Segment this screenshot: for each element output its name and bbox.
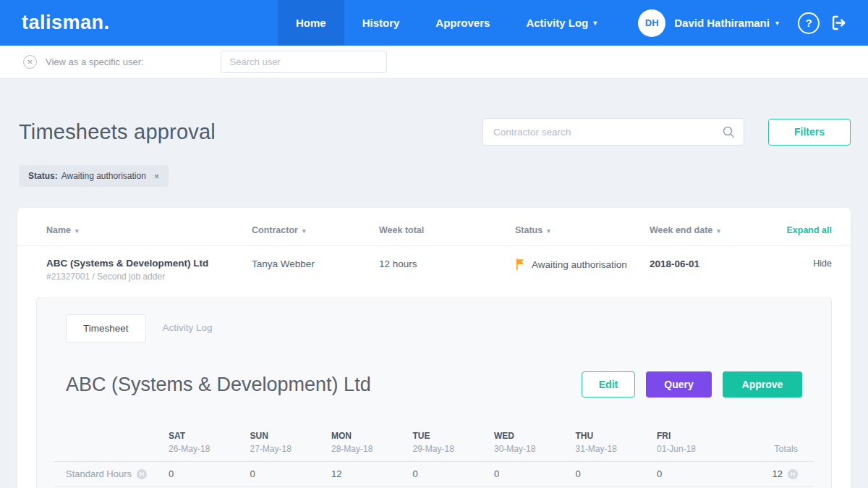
table-row: ABC (Systems & Development) Ltd #2132700… (17, 246, 851, 292)
status-filter-chip[interactable]: Status: Awaiting authorisation × (19, 165, 169, 187)
week-end-date-value: 2018-06-01 (650, 258, 765, 269)
column-header-week-end-date[interactable]: Week end date▾ (650, 225, 765, 235)
hours-cell: 0 (250, 468, 332, 479)
row-name-cell: ABC (Systems & Development) Ltd #2132700… (46, 258, 252, 282)
column-header-status[interactable]: Status▾ (515, 225, 650, 235)
top-navbar: talisman. Home History Approvers Activit… (0, 0, 868, 46)
logout-icon[interactable] (830, 13, 849, 33)
status-cell: Awaiting authorisation (515, 258, 650, 270)
detail-header: ABC (Systems & Development) Ltd Edit Que… (37, 342, 831, 397)
avatar[interactable]: DH (638, 9, 665, 37)
hours-badge-icon: H (788, 469, 798, 479)
column-header-contractor[interactable]: Contractor▾ (252, 225, 379, 235)
user-name[interactable]: David Hathiramani (674, 17, 770, 29)
chip-value: Awaiting authorisation (61, 171, 146, 181)
company-name: ABC (Systems & Development) Ltd (46, 258, 252, 269)
chevron-down-icon: ▾ (547, 227, 550, 235)
row-total: 12 H (739, 468, 814, 479)
tab-timesheet[interactable]: Timesheet (66, 314, 146, 342)
nav-item-home[interactable]: Home (278, 0, 344, 46)
column-header-week-total: Week total (379, 225, 515, 235)
day-header-thu: THU 31-May-18 (576, 431, 658, 454)
search-user-input[interactable] (221, 51, 387, 73)
detail-company-title: ABC (Systems & Development) Ltd (66, 374, 371, 396)
user-area: DH David Hathiramani ▾ ? (638, 9, 849, 37)
timesheet-detail-panel: Timesheet Activity Log ABC (Systems & De… (36, 298, 832, 488)
contractor-name: Tanya Webber (252, 258, 379, 269)
timesheet-grid: SAT 26-May-18 SUN 27-May-18 MON 28-May-1… (54, 431, 814, 488)
nav-item-approvers[interactable]: Approvers (417, 0, 508, 46)
nav-item-activity-log[interactable]: Activity Log ▾ (508, 0, 615, 46)
day-header-sun: SUN 27-May-18 (250, 431, 332, 454)
main-nav: Home History Approvers Activity Log ▾ (278, 0, 615, 46)
column-header-name[interactable]: Name▾ (46, 225, 252, 235)
chevron-down-icon: ▾ (717, 227, 720, 235)
totals-header: Totals (739, 444, 814, 454)
nav-approvers-label: Approvers (435, 17, 490, 29)
chevron-down-icon: ▾ (75, 227, 79, 235)
nav-home-label: Home (296, 17, 326, 29)
help-icon[interactable]: ? (798, 12, 820, 34)
approve-button[interactable]: Approve (723, 371, 802, 397)
query-button[interactable]: Query (646, 371, 712, 397)
main-content: Timesheets approval Filters Status: Awai… (0, 118, 868, 488)
view-as-label: View as a specific user: (46, 56, 144, 67)
detail-tabs: Timesheet Activity Log (37, 298, 831, 342)
hours-cell: 0 (576, 468, 658, 479)
filters-button[interactable]: Filters (768, 119, 851, 146)
row-label: Standard Hours H (54, 468, 169, 479)
nav-history-label: History (362, 17, 400, 29)
day-header-tue: TUE 29-May-18 (413, 431, 495, 454)
table-header-row: Name▾ Contractor▾ Week total Status▾ Wee… (17, 208, 851, 246)
search-icon[interactable] (722, 125, 735, 141)
day-header-wed: WED 30-May-18 (494, 431, 576, 454)
active-filters: Status: Awaiting authorisation × (17, 165, 851, 187)
expand-all-link[interactable]: Expand all (786, 225, 832, 235)
hours-cell: 0 (169, 468, 250, 479)
day-header-mon: MON 28-May-18 (331, 431, 413, 454)
chevron-down-icon: ▾ (302, 227, 306, 235)
week-total-value: 12 hours (379, 258, 515, 269)
day-header-fri: FRI 01-Jun-18 (657, 431, 739, 454)
page-title: Timesheets approval (19, 120, 216, 144)
timesheet-header-row: SAT 26-May-18 SUN 27-May-18 MON 28-May-1… (54, 431, 814, 462)
hours-badge-icon: H (137, 469, 147, 479)
hours-cell: 0 (657, 468, 739, 479)
day-header-sat: SAT 26-May-18 (169, 431, 250, 454)
clear-view-as-icon[interactable]: ✕ (23, 55, 37, 69)
title-row: Timesheets approval Filters (17, 118, 851, 146)
flag-icon (515, 258, 525, 270)
hours-cell: 0 (413, 468, 495, 479)
nav-activity-log-label: Activity Log (526, 17, 588, 29)
edit-button[interactable]: Edit (582, 371, 635, 397)
chevron-down-icon: ▾ (593, 19, 597, 27)
timesheet-row-standard-hours: Standard Hours H 0 0 12 0 0 0 0 12 H (54, 462, 814, 487)
hours-cell: 0 (494, 468, 576, 479)
hide-link[interactable]: Hide (813, 258, 832, 269)
job-reference: #21327001 / Second job adder (46, 272, 252, 282)
talisman-logo[interactable]: talisman. (22, 12, 110, 34)
hours-cell: 12 (331, 468, 413, 479)
tab-activity-log[interactable]: Activity Log (146, 314, 229, 342)
nav-item-history[interactable]: History (344, 0, 418, 46)
chevron-down-icon[interactable]: ▾ (775, 19, 779, 27)
status-text: Awaiting authorisation (532, 259, 627, 270)
chip-close-icon[interactable]: × (154, 171, 160, 182)
chip-label: Status: (28, 171, 58, 181)
contractor-search-input[interactable] (482, 118, 744, 146)
timesheets-card: Name▾ Contractor▾ Week total Status▾ Wee… (17, 208, 851, 488)
view-as-bar: ✕ View as a specific user: (0, 46, 868, 79)
contractor-search-wrap (482, 118, 744, 146)
